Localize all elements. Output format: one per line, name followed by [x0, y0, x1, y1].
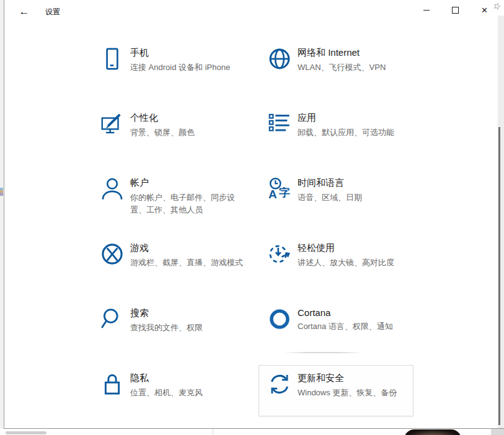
background-window-icon — [0, 188, 3, 196]
tile-text: 手机 连接 Android 设备和 iPhone — [130, 47, 247, 74]
personalization-icon — [100, 112, 124, 136]
phone-icon — [100, 47, 124, 71]
close-icon: ✕ — [481, 6, 488, 14]
tile-title: 隐私 — [130, 372, 247, 384]
background-window-sliver — [0, 0, 4, 435]
tile-subtitle: 你的帐户、电子邮件、同步设置、工作、其他人员 — [130, 191, 247, 216]
minimize-icon — [423, 10, 430, 11]
maximize-button[interactable] — [441, 0, 470, 20]
tile-subtitle: 背景、锁屏、颜色 — [130, 126, 247, 139]
tile-subtitle: 卸载、默认应用、可选功能 — [298, 126, 414, 139]
globe-icon — [268, 47, 291, 71]
tile-text: 搜索 查找我的文件、权限 — [130, 307, 247, 334]
tile-title: 帐户 — [130, 177, 247, 189]
tile-subtitle: WLAN、飞行模式、VPN — [298, 61, 414, 74]
background-photo — [404, 429, 461, 435]
back-arrow-icon: ← — [19, 6, 30, 18]
tile-time-language[interactable]: A 字 时间和语言 语音、区域、日期 — [260, 169, 415, 234]
tile-subtitle: Windows 更新、恢复、备份 — [298, 387, 414, 399]
tile-subtitle: 讲述人、放大镜、高对比度 — [298, 257, 414, 269]
tile-title: 游戏 — [130, 242, 247, 254]
minimize-button[interactable] — [412, 0, 441, 20]
tile-text: 帐户 你的帐户、电子邮件、同步设置、工作、其他人员 — [130, 177, 247, 216]
svg-text:字: 字 — [279, 186, 290, 199]
lock-icon — [100, 372, 124, 396]
tile-text: 应用 卸载、默认应用、可选功能 — [298, 112, 414, 139]
tile-text: 网络和 Internet WLAN、飞行模式、VPN — [298, 47, 414, 74]
tile-personalization[interactable]: 个性化 背景、锁屏、颜色 — [93, 103, 248, 169]
settings-category-grid: 手机 连接 Android 设备和 iPhone 网络和 Internet WL… — [93, 38, 415, 429]
tile-gaming[interactable]: 游戏 游戏栏、截屏、直播、游戏模式 — [93, 234, 248, 299]
ease-of-access-icon — [268, 242, 291, 266]
tile-title: 网络和 Internet — [298, 47, 414, 59]
background-scrollbar — [6, 431, 46, 434]
tile-subtitle: 连接 Android 设备和 iPhone — [130, 61, 247, 74]
window-title: 设置 — [45, 7, 60, 17]
tile-text: 隐私 位置、相机、麦克风 — [130, 372, 247, 399]
cortana-ring-icon — [268, 307, 291, 331]
tile-text: 轻松使用 讲述人、放大镜、高对比度 — [298, 242, 414, 269]
tile-subtitle: Cortana 语言、权限、通知 — [298, 320, 414, 333]
tile-apps[interactable]: 应用 卸载、默认应用、可选功能 — [260, 103, 415, 169]
tile-search[interactable]: 搜索 查找我的文件、权限 — [93, 299, 248, 364]
tile-accounts[interactable]: 帐户 你的帐户、电子邮件、同步设置、工作、其他人员 — [93, 169, 248, 234]
tile-text: 时间和语言 语音、区域、日期 — [298, 177, 414, 204]
tile-title: 手机 — [130, 47, 247, 59]
area-below-window — [0, 429, 504, 435]
tile-network[interactable]: 网络和 Internet WLAN、飞行模式、VPN — [260, 38, 415, 103]
tile-subtitle: 位置、相机、麦克风 — [130, 387, 247, 399]
back-button[interactable]: ← — [12, 2, 37, 21]
maximize-icon — [452, 7, 459, 14]
tile-title: Cortana — [298, 307, 414, 318]
search-icon — [100, 307, 124, 331]
tile-privacy[interactable]: 隐私 位置、相机、麦克风 — [93, 364, 248, 429]
background-divider — [213, 429, 213, 435]
scrollbar-thumb[interactable] — [498, 127, 500, 425]
tile-title: 更新和安全 — [298, 372, 414, 384]
tile-cortana[interactable]: Cortana Cortana 语言、权限、通知 — [260, 299, 415, 364]
tile-subtitle: 查找我的文件、权限 — [130, 322, 247, 334]
titlebar: ← 设置 ✕ — [4, 0, 504, 25]
tile-title: 搜索 — [130, 307, 247, 319]
window-controls: ✕ — [412, 0, 499, 20]
tile-update-security[interactable]: 更新和安全 Windows 更新、恢复、备份 — [260, 364, 415, 429]
scrollbar-track[interactable] — [498, 15, 504, 428]
tile-text: Cortana Cortana 语言、权限、通知 — [298, 307, 414, 333]
screenshot-stage: ← 设置 ✕ 手机 连接 Android — [0, 0, 504, 435]
tile-text: 游戏 游戏栏、截屏、直播、游戏模式 — [130, 242, 247, 269]
tile-phone[interactable]: 手机 连接 Android 设备和 iPhone — [93, 38, 248, 103]
person-icon — [100, 177, 124, 201]
tile-subtitle: 游戏栏、截屏、直播、游戏模式 — [130, 257, 247, 269]
apps-list-icon — [268, 112, 291, 136]
tile-ease-of-access[interactable]: 轻松使用 讲述人、放大镜、高对比度 — [260, 234, 415, 299]
tile-title: 轻松使用 — [298, 242, 414, 254]
clock-language-icon: A 字 — [268, 177, 291, 201]
sync-arrows-icon — [268, 372, 291, 396]
tile-title: 个性化 — [130, 112, 247, 124]
tile-text: 个性化 背景、锁屏、颜色 — [130, 112, 247, 139]
background-corner — [491, 429, 504, 435]
tile-text: 更新和安全 Windows 更新、恢复、备份 — [298, 372, 414, 399]
tile-title: 时间和语言 — [298, 177, 414, 189]
settings-window: ← 设置 ✕ 手机 连接 Android — [4, 0, 504, 429]
tile-title: 应用 — [298, 112, 414, 124]
xbox-icon — [100, 242, 124, 266]
tile-subtitle: 语音、区域、日期 — [298, 191, 414, 204]
svg-text:A: A — [268, 188, 277, 201]
